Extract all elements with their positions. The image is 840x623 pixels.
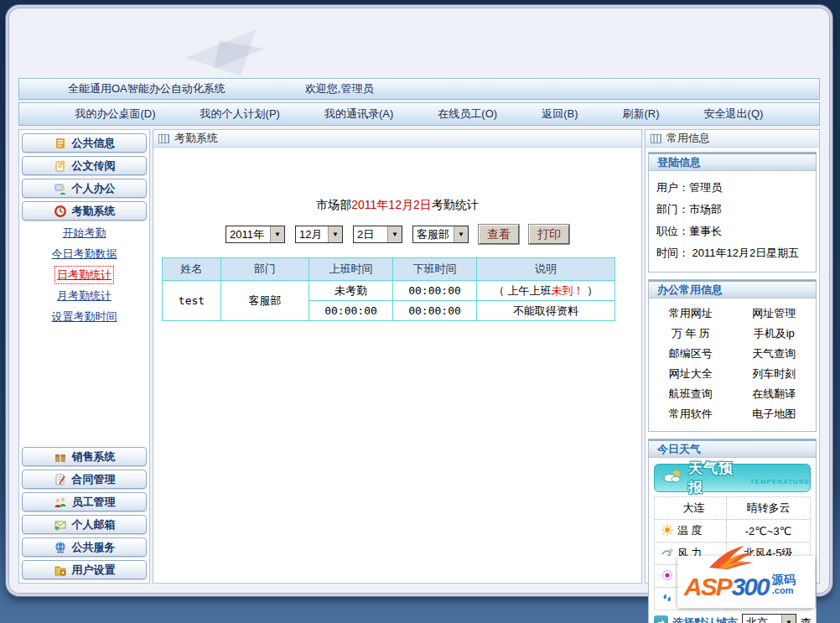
link-phone-ip[interactable]: 手机及ip bbox=[754, 324, 795, 344]
cell-dept: 客服部 bbox=[221, 281, 309, 321]
sidebar-link-monthly-attendance-stats[interactable]: 月考勤统计 bbox=[57, 288, 111, 304]
right-panel: 常用信息 登陆信息 用户：管理员 部门：市场部 职位：董事长 时间： 2011年… bbox=[645, 129, 820, 584]
col-header-note: 说明 bbox=[477, 258, 615, 281]
right-panel-header: 常用信息 bbox=[646, 130, 819, 148]
cell-clock-out-1: 00:00:00 bbox=[393, 281, 477, 301]
people-icon bbox=[54, 496, 67, 509]
note-text: ） bbox=[584, 284, 599, 297]
dropdown-arrow-icon[interactable]: ▼ bbox=[270, 226, 284, 242]
sidebar-item-doc-circulation[interactable]: 公文传阅 bbox=[22, 156, 147, 175]
sidebar-item-label: 销售系统 bbox=[72, 449, 116, 465]
link-url-management[interactable]: 网址管理 bbox=[752, 304, 796, 324]
wind-icon bbox=[661, 547, 673, 561]
link-weather-query[interactable]: 天气查询 bbox=[752, 344, 796, 364]
app-header-bar: 全能通用OA智能办公自动化系统 欢迎您,管理员 bbox=[18, 78, 820, 100]
link-common-software[interactable]: 常用软件 bbox=[669, 404, 713, 424]
link-calendar[interactable]: 万 年 历 bbox=[671, 324, 710, 344]
weather-row-temp: 温 度 -2℃~3℃ bbox=[655, 519, 810, 542]
weather-banner: 天气预报 TEMPERATURE bbox=[654, 464, 811, 492]
sidebar-item-public-services[interactable]: 公共服务 bbox=[22, 537, 147, 557]
link-postal-codes[interactable]: 邮编区号 bbox=[669, 344, 713, 364]
dropdown-arrow-icon[interactable]: ▼ bbox=[781, 615, 796, 623]
person-desk-icon bbox=[54, 182, 67, 195]
login-datetime: 时间： 2011年12月2日星期五 bbox=[656, 242, 816, 264]
day-select-value: 2日 bbox=[354, 227, 387, 242]
sidebar-item-label: 个人办公 bbox=[72, 181, 116, 196]
weather-temp-label: 温 度 bbox=[677, 523, 703, 538]
sidebar-link-daily-attendance-stats[interactable]: 日考勤统计 bbox=[54, 266, 114, 284]
sidebar-item-user-settings[interactable]: 用户设置 bbox=[22, 560, 147, 579]
dropdown-arrow-icon[interactable]: ▼ bbox=[454, 226, 468, 242]
main-panel-title: 考勤系统 bbox=[174, 131, 218, 146]
sidebar-item-contracts[interactable]: 合同管理 bbox=[22, 470, 147, 489]
page-title: 市场部2011年12月2日考勤统计 bbox=[153, 198, 641, 213]
sidebar-item-personal-office[interactable]: 个人办公 bbox=[22, 179, 147, 198]
office-links-grid: 常用网址 网址管理 万 年 历 手机及ip 邮编区号 天气查询 网址大全 列车时… bbox=[649, 299, 816, 431]
weather-banner-subtitle: TEMPERATURE bbox=[750, 478, 810, 485]
attendance-table: 姓名 部门 上班时间 下班时间 说明 test 客服部 未考勤 00:00:00… bbox=[162, 257, 615, 321]
menu-item-logout[interactable]: 安全退出(Q) bbox=[704, 106, 764, 122]
envelope-icon bbox=[54, 518, 67, 532]
menu-item-back[interactable]: 返回(B) bbox=[542, 106, 578, 122]
sidebar-link-set-attendance-time[interactable]: 设置考勤时间 bbox=[52, 309, 117, 324]
link-online-translate[interactable]: 在线翻译 bbox=[752, 384, 796, 404]
menu-item-plan[interactable]: 我的个人计划(P) bbox=[200, 106, 280, 122]
month-select-value: 12月 bbox=[296, 227, 328, 242]
weather-city: 大连 bbox=[655, 497, 727, 519]
city-select-label: 选择默认城市 bbox=[672, 615, 738, 623]
sidebar-item-mailbox[interactable]: 个人邮箱 bbox=[22, 515, 147, 534]
weather-header: 今日天气 bbox=[649, 439, 816, 458]
col-header-name: 姓名 bbox=[163, 258, 221, 281]
contract-pencil-icon bbox=[54, 473, 67, 486]
menu-item-refresh[interactable]: 刷新(R) bbox=[623, 106, 660, 122]
folder-gear-icon bbox=[54, 563, 67, 577]
sidebar-item-attendance[interactable]: 考勤系统 bbox=[22, 201, 147, 221]
logo-text-300: 300 bbox=[732, 573, 769, 601]
sun-icon bbox=[661, 524, 673, 538]
link-url-directory[interactable]: 网址大全 bbox=[669, 364, 713, 384]
link-flight-query[interactable]: 航班查询 bbox=[669, 384, 713, 404]
office-links-box: 办公常用信息 常用网址 网址管理 万 年 历 手机及ip 邮编区号 天气查询 网… bbox=[648, 279, 817, 432]
clipboard-icon bbox=[54, 137, 67, 150]
sidebar-item-label: 公共服务 bbox=[72, 540, 116, 555]
year-select[interactable]: 2011年 ▼ bbox=[226, 226, 285, 243]
title-dept: 市场部 bbox=[316, 198, 351, 211]
sidebar-item-sales[interactable]: 销售系统 bbox=[22, 447, 147, 466]
cloud-sun-icon bbox=[661, 469, 683, 487]
login-dept: 部门：市场部 bbox=[656, 199, 816, 221]
menu-item-desktop[interactable]: 我的办公桌面(D) bbox=[75, 106, 156, 122]
city-select-row: ➔ 选择默认城市 北京 ▼ 查 bbox=[649, 610, 816, 623]
grid-icon bbox=[158, 134, 169, 143]
print-button[interactable]: 打印 bbox=[529, 225, 569, 244]
link-train-schedule[interactable]: 列车时刻 bbox=[752, 364, 796, 384]
menu-item-online-staff[interactable]: 在线员工(O) bbox=[438, 106, 497, 122]
sidebar: 公共信息 公文传阅 个人办公 考勤系统 开始考勤 今日 bbox=[18, 129, 150, 584]
dept-select[interactable]: 客服部 ▼ bbox=[412, 226, 469, 243]
dropdown-arrow-icon[interactable]: ▼ bbox=[328, 226, 342, 242]
sidebar-link-start-attendance[interactable]: 开始考勤 bbox=[63, 226, 106, 241]
view-button[interactable]: 查看 bbox=[479, 225, 519, 244]
app-title: 全能通用OA智能办公自动化系统 bbox=[68, 81, 226, 96]
day-select[interactable]: 2日 ▼ bbox=[353, 226, 402, 243]
sidebar-item-staff[interactable]: 员工管理 bbox=[22, 492, 147, 511]
uv-icon bbox=[661, 569, 673, 584]
city-select[interactable]: 北京 ▼ bbox=[742, 614, 796, 623]
link-common-urls[interactable]: 常用网址 bbox=[669, 304, 713, 324]
welcome-text: 欢迎您,管理员 bbox=[305, 81, 374, 96]
arrow-right-icon: ➔ bbox=[654, 615, 668, 623]
drops-icon bbox=[661, 592, 673, 606]
weather-banner-title: 天气预报 bbox=[688, 459, 745, 497]
dropdown-arrow-icon[interactable]: ▼ bbox=[387, 226, 402, 242]
menu-bar: 我的办公桌面(D) 我的个人计划(P) 我的通讯录(A) 在线员工(O) 返回(… bbox=[18, 102, 820, 126]
menu-item-contacts[interactable]: 我的通讯录(A) bbox=[324, 106, 393, 122]
sidebar-item-public-info[interactable]: 公共信息 bbox=[22, 133, 147, 153]
weather-temp-value: -2℃~3℃ bbox=[727, 520, 810, 542]
city-select-value: 北京 bbox=[743, 615, 781, 623]
month-select[interactable]: 12月 ▼ bbox=[295, 226, 343, 243]
link-e-map[interactable]: 电子地图 bbox=[752, 404, 796, 424]
sidebar-link-today-attendance-data[interactable]: 今日考勤数据 bbox=[52, 247, 117, 262]
logo-text-row: ASP 300 源码 .com bbox=[684, 573, 796, 601]
city-query-button[interactable]: 查 bbox=[801, 615, 811, 623]
attendance-content: 市场部2011年12月2日考勤统计 2011年 ▼ 12月 ▼ 2日 ▼ bbox=[153, 148, 641, 583]
app-window: 全能通用OA智能办公自动化系统 欢迎您,管理员 我的办公桌面(D) 我的个人计划… bbox=[6, 5, 832, 596]
